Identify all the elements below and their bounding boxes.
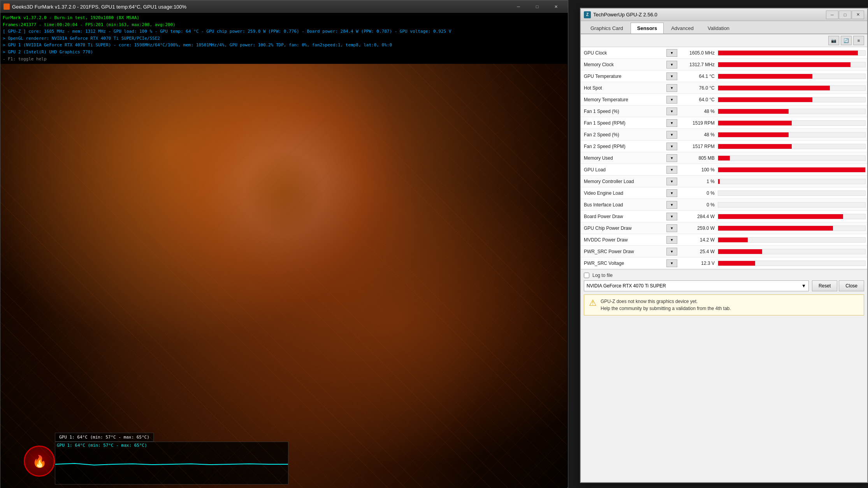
gpuz-icon-text: Z	[586, 12, 589, 17]
sensor-name-label: GPU Chip Power Draw	[581, 226, 666, 231]
furmark-minimize-btn[interactable]: ─	[510, 0, 527, 13]
gpuz-refresh-btn[interactable]: 🔄	[841, 36, 852, 45]
furmark-window-controls: ─ □ ✕	[510, 0, 565, 13]
sensor-name-label: Board Power Draw	[581, 214, 666, 219]
gpuz-reset-btn[interactable]: Reset	[812, 280, 837, 291]
gpuz-titlebar: Z TechPowerUp GPU-Z 2.56.0 ─ □ ✕	[581, 9, 867, 21]
sensor-bar-container	[718, 261, 866, 266]
sensor-row-gpu-chip-power-draw: GPU Chip Power Draw ▼ 259.0 W	[581, 222, 867, 234]
sensor-value-display: 14.2 W	[679, 237, 718, 243]
sensor-value-display: 284.4 W	[679, 214, 718, 219]
sensor-dropdown-btn[interactable]: ▼	[666, 236, 677, 244]
sensor-bar-container	[718, 144, 866, 149]
sensor-bar-container	[718, 85, 866, 91]
sensor-row-fan-1-speed-(%): Fan 1 Speed (%) ▼ 48 %	[581, 106, 867, 117]
tab-graphics-card[interactable]: Graphics Card	[584, 23, 630, 33]
sensor-bar	[718, 238, 748, 242]
sensor-bar-container	[718, 62, 866, 67]
gpuz-warning-box: ⚠ GPU-Z does not know this graphics devi…	[584, 294, 864, 315]
sensor-dropdown-btn[interactable]: ▼	[666, 224, 677, 232]
sensor-name-label: Memory Clock	[581, 62, 666, 67]
sensor-bar-container	[718, 190, 866, 196]
tab-validation[interactable]: Validation	[701, 23, 736, 33]
gpuz-window-controls: ─ □ ✕	[826, 11, 864, 19]
sensor-name-label: MVDDC Power Draw	[581, 237, 666, 243]
sensor-bar-container	[718, 74, 866, 79]
sensor-name-label: Memory Used	[581, 155, 666, 161]
gpuz-screenshot-btn[interactable]: 📷	[828, 36, 839, 45]
gpuz-app-icon: Z	[584, 11, 591, 18]
furmark-titlebar: Geeks3D FurMark v1.37.2.0 - 201FPS, GPU1…	[0, 0, 568, 13]
furmark-info-line-3: [ GPU-Z ] core: 1605 MHz - mem: 1312 MHz…	[3, 28, 566, 35]
sensor-bar-container	[718, 237, 866, 243]
sensor-bar-container	[718, 214, 866, 219]
furmark-maximize-btn[interactable]: □	[528, 0, 546, 13]
sensor-bar-container	[718, 109, 866, 114]
sensor-row-mvddc-power-draw: MVDDC Power Draw ▼ 14.2 W	[581, 234, 867, 246]
furmark-logo-circle: 🔥	[24, 446, 55, 477]
furmark-title: Geeks3D FurMark v1.37.2.0 - 201FPS, GPU1…	[12, 4, 186, 10]
sensor-row-memory-clock: Memory Clock ▼ 1312.7 MHz	[581, 59, 867, 70]
sensor-dropdown-btn[interactable]: ▼	[666, 178, 677, 185]
sensor-dropdown-btn[interactable]: ▼	[666, 72, 677, 80]
sensor-bar-container	[718, 249, 866, 254]
sensor-dropdown-btn[interactable]: ▼	[666, 154, 677, 162]
gpuz-close-btn[interactable]: ✕	[852, 11, 864, 19]
tab-advanced[interactable]: Advanced	[664, 23, 700, 33]
sensor-bar	[718, 261, 755, 266]
sensor-value-display: 64.0 °C	[679, 97, 718, 102]
sensor-row-pwr_src-voltage: PWR_SRC Voltage ▼ 12.3 V	[581, 257, 867, 269]
sensor-dropdown-btn[interactable]: ▼	[666, 166, 677, 174]
gpuz-device-selector[interactable]: NVIDIA GeForce RTX 4070 Ti SUPER ▼	[584, 280, 809, 291]
sensor-bar-container	[718, 167, 866, 173]
sensor-dropdown-btn[interactable]: ▼	[666, 143, 677, 150]
sensor-dropdown-btn[interactable]: ▼	[666, 201, 677, 209]
sensor-bar	[718, 121, 792, 125]
sensor-bar	[718, 97, 812, 102]
furmark-render-canvas: GPU 1: 64°C (min: 57°C - max: 65°C) 🔥 GP…	[0, 64, 567, 488]
sensor-name-label: Hot Spot	[581, 85, 666, 91]
gpuz-tab-bar: Graphics Card Sensors Advanced Validatio…	[581, 21, 867, 34]
sensor-bar	[718, 144, 792, 149]
sensor-row-gpu-clock: GPU Clock ▼ 1605.0 MHz	[581, 47, 867, 59]
furmark-close-btn[interactable]: ✕	[547, 0, 565, 13]
sensor-dropdown-btn[interactable]: ▼	[666, 259, 677, 267]
tab-sensors[interactable]: Sensors	[631, 23, 664, 33]
gpuz-warning-icon: ⚠	[589, 298, 597, 308]
sensor-row-hot-spot: Hot Spot ▼ 76.0 °C	[581, 82, 867, 94]
gpuz-close-action-btn[interactable]: Close	[839, 280, 864, 291]
gpuz-maximize-btn[interactable]: □	[839, 11, 851, 19]
sensor-name-label: Video Engine Load	[581, 190, 666, 196]
sensor-dropdown-btn[interactable]: ▼	[666, 189, 677, 197]
gpuz-menu-btn[interactable]: ≡	[853, 36, 864, 45]
gpuz-toolbar: 📷 🔄 ≡	[581, 34, 867, 47]
sensor-name-label: Memory Controller Load	[581, 179, 666, 184]
sensor-name-label: GPU Load	[581, 167, 666, 173]
furmark-logo-flame-icon: 🔥	[32, 455, 47, 468]
sensor-dropdown-btn[interactable]: ▼	[666, 213, 677, 220]
sensor-value-display: 1605.0 MHz	[679, 50, 718, 56]
sensor-row-pwr_src-power-draw: PWR_SRC Power Draw ▼ 25.4 W	[581, 246, 867, 257]
sensor-bar-container	[718, 226, 866, 231]
sensor-name-label: PWR_SRC Power Draw	[581, 249, 666, 254]
furmark-info-line-7: - F1: toggle help	[3, 56, 566, 63]
sensor-dropdown-btn[interactable]: ▼	[666, 84, 677, 92]
sensor-row-gpu-temperature: GPU Temperature ▼ 64.1 °C	[581, 70, 867, 82]
sensor-dropdown-btn[interactable]: ▼	[666, 131, 677, 139]
sensor-bar	[718, 86, 830, 90]
sensor-dropdown-btn[interactable]: ▼	[666, 61, 677, 69]
sensor-name-label: PWR_SRC Voltage	[581, 261, 666, 266]
sensor-name-label: Bus Interface Load	[581, 202, 666, 208]
gpuz-minimize-btn[interactable]: ─	[826, 11, 838, 19]
sensor-dropdown-btn[interactable]: ▼	[666, 96, 677, 104]
sensor-bar-container	[718, 120, 866, 126]
sensor-name-label: Fan 2 Speed (%)	[581, 132, 666, 137]
sensor-name-label: Fan 1 Speed (%)	[581, 109, 666, 114]
sensor-dropdown-btn[interactable]: ▼	[666, 248, 677, 255]
sensor-dropdown-btn[interactable]: ▼	[666, 119, 677, 127]
log-to-file-checkbox[interactable]	[584, 273, 589, 278]
sensor-bar-container	[718, 97, 866, 102]
sensor-dropdown-btn[interactable]: ▼	[666, 49, 677, 57]
sensor-row-board-power-draw: Board Power Draw ▼ 284.4 W	[581, 211, 867, 222]
sensor-dropdown-btn[interactable]: ▼	[666, 107, 677, 115]
